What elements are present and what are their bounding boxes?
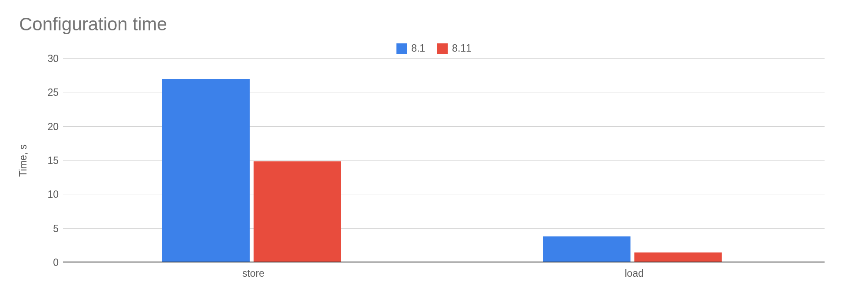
ytick-2: 10 [47,189,59,200]
chart-container: Configuration time 8.1 8.11 Time, s 0 5 … [0,0,868,308]
ytick-6: 30 [47,53,59,65]
bar-load-8-1 [543,236,630,262]
legend-item-0: 8.1 [396,43,425,54]
bar-group-load [444,59,825,262]
legend-label-1: 8.11 [452,43,472,54]
x-tick-0: store [63,268,444,279]
plot-row: Time, s 0 5 10 15 20 25 30 [17,59,851,262]
bar-group-store [63,59,444,262]
chart-title: Configuration time [19,14,851,35]
bar-store-8-11 [254,161,341,262]
bar-load-8-11 [634,252,722,263]
y-axis-label: Time, s [17,144,35,177]
ytick-1: 5 [53,223,59,234]
y-axis-ticks: 0 5 10 15 20 25 30 [35,59,63,262]
plot-area [63,59,825,262]
legend-label-0: 8.1 [411,43,425,54]
legend-item-1: 8.11 [437,43,472,54]
bar-store-8-1 [162,79,250,262]
x-tick-1: load [444,268,825,279]
legend: 8.1 8.11 [17,43,851,54]
ytick-3: 15 [47,155,59,167]
x-axis-line [63,262,825,262]
ytick-5: 25 [47,87,59,98]
x-axis: store load [63,262,825,288]
legend-swatch-1 [437,43,448,54]
ytick-4: 20 [47,121,59,132]
ytick-0: 0 [53,257,59,269]
legend-swatch-0 [396,43,407,54]
